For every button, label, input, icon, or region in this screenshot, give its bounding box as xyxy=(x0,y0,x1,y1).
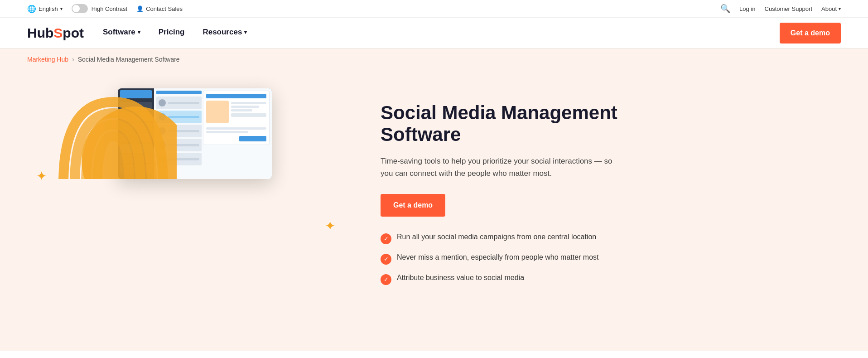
resources-chevron-icon: ▾ xyxy=(244,29,247,35)
logo-spot: S xyxy=(53,25,63,41)
about-chevron-icon: ▾ xyxy=(839,6,841,11)
feature-label-3: Attribute business value to social media xyxy=(397,274,524,282)
high-contrast-label: High Contrast xyxy=(92,5,127,12)
nav-pricing[interactable]: Pricing xyxy=(158,18,186,48)
hero-subtitle: Time-saving tools to help you prioritize… xyxy=(381,155,616,179)
nav-items: Software ▾ Pricing Resources ▾ xyxy=(102,18,248,48)
contact-sales-link[interactable]: 👤 Contact Sales xyxy=(136,5,183,12)
main-nav: HubSpot Software ▾ Pricing Resources ▾ G… xyxy=(0,18,868,48)
hubspot-logo[interactable]: HubSpot xyxy=(27,25,84,41)
logo-pot: pot xyxy=(63,25,84,41)
toggle-switch[interactable] xyxy=(72,4,88,13)
arch-svg xyxy=(50,70,177,179)
top-bar: 🌐 English ▾ High Contrast 👤 Contact Sale… xyxy=(0,0,868,18)
breadcrumb-current: Social Media Management Software xyxy=(78,56,180,63)
software-label: Software xyxy=(103,28,135,37)
features-list: ✓ Run all your social media campaigns fr… xyxy=(381,233,689,285)
checkmark-icon-2: ✓ xyxy=(381,254,391,265)
globe-icon: 🌐 xyxy=(27,5,36,13)
breadcrumb: Marketing Hub › Social Media Management … xyxy=(27,56,841,63)
nav-resources[interactable]: Resources ▾ xyxy=(202,18,248,48)
breadcrumb-wrap: Marketing Hub › Social Media Management … xyxy=(0,48,868,70)
hero-section: ✦ xyxy=(0,70,868,351)
hero-left: ✦ xyxy=(27,88,353,179)
feature-item-3: ✓ Attribute business value to social med… xyxy=(381,274,689,285)
hero-right: Social Media Management Software Time-sa… xyxy=(381,88,689,285)
software-chevron-icon: ▾ xyxy=(138,29,140,35)
top-bar-left: 🌐 English ▾ High Contrast 👤 Contact Sale… xyxy=(27,4,183,13)
checkmark-icon-3: ✓ xyxy=(381,274,391,285)
high-contrast-toggle[interactable]: High Contrast xyxy=(72,4,127,13)
breadcrumb-parent[interactable]: Marketing Hub xyxy=(27,56,68,63)
lang-chevron-icon: ▾ xyxy=(60,6,63,11)
about-label: About xyxy=(821,5,837,12)
resources-label: Resources xyxy=(203,28,242,37)
ss-modal-content xyxy=(203,91,270,177)
language-label: English xyxy=(39,5,58,12)
sparkle-decoration-tl: ✦ xyxy=(36,170,47,183)
breadcrumb-separator-icon: › xyxy=(72,56,74,63)
contact-sales-label: Contact Sales xyxy=(146,5,183,12)
customer-support-link[interactable]: Customer Support xyxy=(765,5,813,12)
checkmark-icon-1: ✓ xyxy=(381,233,391,244)
hero-title: Social Media Management Software xyxy=(381,102,689,146)
feature-label-2: Never miss a mention, especially from pe… xyxy=(397,253,599,261)
hero-cta-button[interactable]: Get a demo xyxy=(381,194,445,217)
arch-decoration xyxy=(50,70,177,179)
about-menu[interactable]: About ▾ xyxy=(821,5,841,12)
login-link[interactable]: Log in xyxy=(739,5,755,12)
feature-label-1: Run all your social media campaigns from… xyxy=(397,233,596,241)
sparkle-decoration-br: ✦ xyxy=(325,220,335,232)
feature-item-2: ✓ Never miss a mention, especially from … xyxy=(381,253,689,265)
get-demo-button-nav[interactable]: Get a demo xyxy=(780,23,841,44)
top-bar-right: 🔍 Log in Customer Support About ▾ xyxy=(720,4,841,14)
language-selector[interactable]: 🌐 English ▾ xyxy=(27,5,63,13)
nav-software[interactable]: Software ▾ xyxy=(102,18,141,48)
person-icon: 👤 xyxy=(136,5,144,12)
nav-left: HubSpot Software ▾ Pricing Resources ▾ xyxy=(27,18,248,48)
search-icon[interactable]: 🔍 xyxy=(720,4,730,14)
pricing-label: Pricing xyxy=(159,28,185,37)
logo-hub: Hub xyxy=(27,25,53,41)
feature-item-1: ✓ Run all your social media campaigns fr… xyxy=(381,233,689,244)
